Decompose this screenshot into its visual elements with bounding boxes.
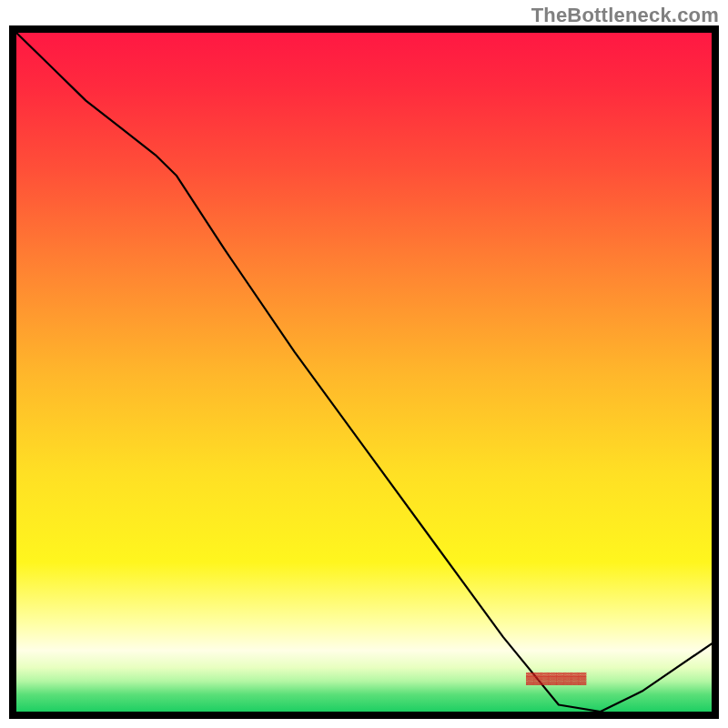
plot-frame: ▓▓▓▓▓▓▓▓: [9, 25, 719, 719]
line-series: [16, 33, 712, 712]
chart-container: TheBottleneck.com ▓▓▓▓▓▓▓▓: [0, 0, 728, 728]
watermark-text: TheBottleneck.com: [531, 4, 719, 27]
valley-label: ▓▓▓▓▓▓▓▓: [526, 672, 586, 684]
